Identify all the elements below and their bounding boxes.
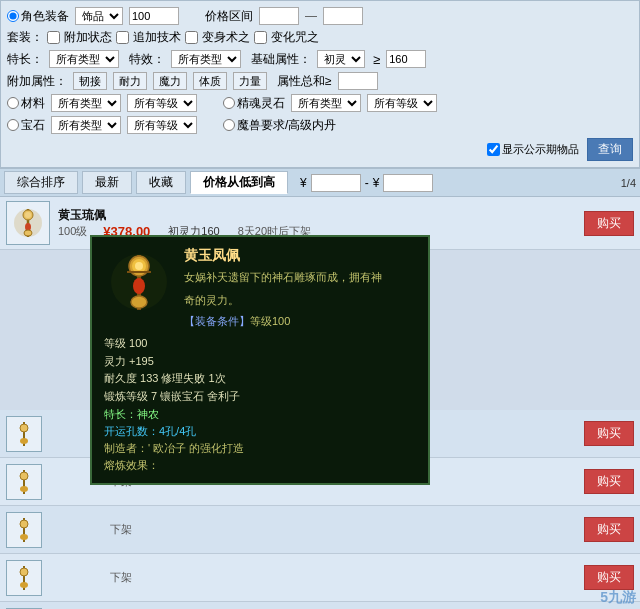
tooltip-forge: 锻炼等级 7 镶嵌宝石 舍利子 — [104, 388, 416, 406]
price-to-input[interactable] — [383, 174, 433, 192]
svg-point-25 — [20, 582, 28, 588]
attr-力量[interactable]: 力量 — [233, 72, 267, 90]
attr-韧接[interactable]: 韧接 — [73, 72, 107, 90]
search-button[interactable]: 查询 — [587, 138, 633, 161]
material-radio-input[interactable] — [7, 97, 19, 109]
show-public-wrapper: 显示公示期物品 — [487, 142, 579, 157]
attr-体质[interactable]: 体质 — [193, 72, 227, 90]
role-equip-radio[interactable]: 角色装备 — [7, 8, 69, 25]
weapon-icon-1 — [10, 205, 46, 241]
transform-ji-check[interactable] — [254, 31, 267, 44]
svg-point-21 — [20, 520, 28, 528]
addon-skill-label: 追加技术 — [133, 29, 181, 46]
addon-skill-check[interactable] — [116, 31, 129, 44]
price-from-label: ¥ — [300, 176, 307, 190]
filter-row-6: 宝石 所有类型 所有等级 魔兽要求/高级内丹 — [7, 114, 633, 136]
show-public-check[interactable] — [487, 143, 500, 156]
price-max-input[interactable] — [323, 7, 363, 25]
filter-row-5: 材料 所有类型 所有等级 精魂灵石 所有类型 所有等级 — [7, 92, 633, 114]
gem-label: 宝石 — [21, 117, 45, 134]
item-time-4: 下架 — [110, 522, 132, 537]
buy-button-3[interactable]: 购买 — [584, 469, 634, 494]
soul-stone-label: 精魂灵石 — [237, 95, 285, 112]
item-info-4: 下架 — [50, 522, 584, 537]
svg-point-22 — [20, 534, 28, 540]
buy-button-2[interactable]: 购买 — [584, 421, 634, 446]
attr-耐力[interactable]: 耐力 — [113, 72, 147, 90]
soul-level-select[interactable]: 所有等级 — [367, 94, 437, 112]
material-label: 材料 — [21, 95, 45, 112]
item-icon-3[interactable] — [6, 464, 42, 500]
base-attr-select[interactable]: 初灵 — [317, 50, 365, 68]
item-icon-5[interactable] — [6, 560, 42, 596]
buy-button-1[interactable]: 购买 — [584, 211, 634, 236]
svg-point-5 — [24, 230, 32, 236]
attr-sum-input[interactable] — [338, 72, 378, 90]
item-level-1: 100级 — [58, 224, 87, 239]
svg-point-12 — [131, 296, 147, 308]
item-name-1: 黄玉琉佩 — [58, 207, 106, 224]
tooltip-popup: 黄玉凤佩 女娲补天遗留下的神石雕琢而成，拥有神 奇的灵力。 【装备条件】等级10… — [90, 235, 430, 485]
item-icon-2[interactable] — [6, 416, 42, 452]
tooltip-dur: 耐久度 133 修理失败 1次 — [104, 370, 416, 388]
svg-point-15 — [20, 424, 28, 432]
material-type1-select[interactable]: 所有类型 — [51, 94, 121, 112]
tooltip-ling: 灵力 +195 — [104, 353, 416, 371]
monster-radio-input[interactable] — [223, 119, 235, 131]
tooltip-desc2: 奇的灵力。 — [184, 292, 382, 309]
svg-point-3 — [25, 212, 31, 218]
set-label: 套装： — [7, 29, 43, 46]
tab-price-asc[interactable]: 价格从低到高 — [190, 171, 288, 194]
addon-status-check[interactable] — [47, 31, 60, 44]
gem-radio-input[interactable] — [7, 119, 19, 131]
special-type-select[interactable]: 所有类型 — [49, 50, 119, 68]
price-min-input[interactable] — [259, 7, 299, 25]
list-area: 黄玉琉佩 100级 ¥378.00 初灵力160 8天20时后下架 购买 — [0, 197, 640, 609]
tooltip-smelt: 熔炼效果： — [104, 458, 416, 473]
soul-stone-radio[interactable]: 精魂灵石 — [223, 95, 285, 112]
price-range-filter: ¥ - ¥ — [300, 174, 433, 192]
tab-latest[interactable]: 最新 — [82, 171, 132, 194]
svg-point-19 — [20, 486, 28, 492]
attr-sum-label: 属性总和≥ — [277, 73, 332, 90]
material-radio[interactable]: 材料 — [7, 95, 45, 112]
gem-type-select[interactable]: 所有类型 — [51, 116, 121, 134]
weapon-icon-3 — [9, 467, 39, 497]
role-equip-radio-input[interactable] — [7, 10, 19, 22]
list-item: 下架 购买 — [0, 506, 640, 554]
equip-type-select[interactable]: 饰品 — [75, 7, 123, 25]
monster-radio[interactable]: 魔兽要求/高级内丹 — [223, 117, 336, 134]
base-attr-num-input[interactable] — [386, 50, 426, 68]
filter-row-1: 角色装备 饰品 价格区间 — — [7, 5, 633, 27]
tooltip-item-img — [104, 247, 174, 317]
soul-stone-radio-input[interactable] — [223, 97, 235, 109]
transform-check[interactable] — [185, 31, 198, 44]
soul-type-select[interactable]: 所有类型 — [291, 94, 361, 112]
gem-level-select[interactable]: 所有等级 — [127, 116, 197, 134]
tooltip-content: 黄玉凤佩 女娲补天遗留下的神石雕琢而成，拥有神 奇的灵力。 【装备条件】等级10… — [184, 247, 382, 335]
buy-button-4[interactable]: 购买 — [584, 517, 634, 542]
tab-favorites[interactable]: 收藏 — [136, 171, 186, 194]
list-item: 下架 购买 It — [0, 602, 640, 609]
gem-radio[interactable]: 宝石 — [7, 117, 45, 134]
addon-attr-label: 附加属性： — [7, 73, 67, 90]
item-icon-1[interactable] — [6, 201, 50, 245]
tooltip-desc1: 女娲补天遗留下的神石雕琢而成，拥有神 — [184, 269, 382, 286]
filter-row-2: 套装： 附加状态 追加技术 变身术之 变化咒之 — [7, 27, 633, 48]
price-from-input[interactable] — [311, 174, 361, 192]
special2-type-select[interactable]: 所有类型 — [171, 50, 241, 68]
item-info-5: 下架 — [50, 570, 584, 585]
filter-panel: 角色装备 饰品 价格区间 — 套装： 附加状态 追加技术 变身术之 变化咒之 特… — [0, 0, 640, 168]
tab-comprehensive[interactable]: 综合排序 — [4, 171, 78, 194]
tooltip-special: 特长：神农 — [104, 407, 416, 422]
svg-point-24 — [20, 568, 28, 576]
item-time-5: 下架 — [110, 570, 132, 585]
buy-button-5[interactable]: 购买 — [584, 565, 634, 590]
item-icon-4[interactable] — [6, 512, 42, 548]
role-equip-label: 角色装备 — [21, 8, 69, 25]
main-container: 角色装备 饰品 价格区间 — 套装： 附加状态 追加技术 变身术之 变化咒之 特… — [0, 0, 640, 609]
material-type2-select[interactable]: 所有等级 — [127, 94, 197, 112]
price-dash: — — [305, 9, 317, 23]
attr-魔力[interactable]: 魔力 — [153, 72, 187, 90]
level-input[interactable] — [129, 7, 179, 25]
